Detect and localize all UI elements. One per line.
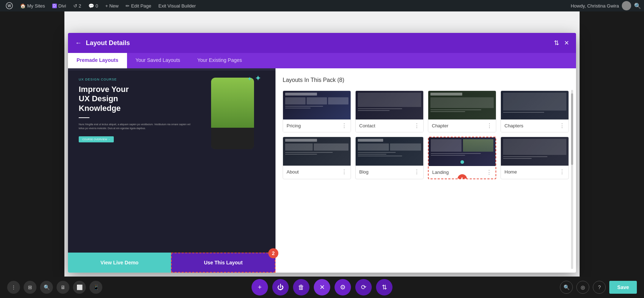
layout-more-contact[interactable]: ⋮ xyxy=(414,122,420,129)
tab-existing-pages[interactable]: Your Existing Pages xyxy=(189,53,251,68)
divi-icon: D xyxy=(52,4,57,8)
toolbar-add-button[interactable]: + xyxy=(252,279,268,295)
toolbar-power-button[interactable]: ⏻ xyxy=(272,279,289,295)
preview-panel: ✦ ✦ UX DESIGN COURSE Improve YourUX Desi… xyxy=(68,68,275,273)
toolbar-center: + ⏻ 🗑 ✕ ⚙ ⟳ ⇅ xyxy=(252,279,392,295)
sparkle-icon-1: ✦ xyxy=(247,76,252,82)
layout-footer-pricing: Pricing ⋮ xyxy=(283,119,351,132)
divi-menu[interactable]: D Divi xyxy=(49,0,69,11)
modal-title: Layout Details xyxy=(86,39,130,47)
modal-content: ✦ ✦ UX DESIGN COURSE Improve YourUX Desi… xyxy=(68,68,576,273)
toolbar-help-button[interactable]: ? xyxy=(593,281,606,294)
side-panel-left xyxy=(0,11,64,298)
history-icon: ⟳ xyxy=(361,283,366,291)
layout-more-chapters[interactable]: ⋮ xyxy=(559,122,565,129)
edit-icon: ✏ xyxy=(126,3,130,9)
wp-logo-item[interactable]: W xyxy=(3,0,16,11)
layout-card-landing[interactable]: 1 Landing ⋮ xyxy=(428,137,496,179)
toolbar-settings-button[interactable]: ⚙ xyxy=(335,279,351,295)
layout-more-pricing[interactable]: ⋮ xyxy=(341,122,347,129)
layout-more-chapter[interactable]: ⋮ xyxy=(487,122,492,129)
layout-card-contact[interactable]: Contact ⋮ xyxy=(355,91,424,132)
my-sites-menu[interactable]: 🏠 My Sites xyxy=(17,0,48,11)
layout-card-blog[interactable]: Blog ⋮ xyxy=(355,137,424,179)
modal-header: ← Layout Details ⇅ × xyxy=(68,33,576,53)
layout-name-chapter: Chapter xyxy=(432,123,448,128)
tab-saved-layouts[interactable]: Your Saved Layouts xyxy=(127,53,189,68)
preview-inner: ✦ ✦ UX DESIGN COURSE Improve YourUX Desi… xyxy=(68,68,275,253)
sort-icon[interactable]: ⇅ xyxy=(554,39,559,47)
edit-page-item[interactable]: ✏ Edit Page xyxy=(123,0,154,11)
close-icon: ✕ xyxy=(319,283,325,291)
toolbar-portal-button[interactable]: ◎ xyxy=(576,281,589,294)
scrollbar[interactable] xyxy=(571,90,573,269)
preview-underline xyxy=(79,117,89,118)
layout-footer-home: Home ⋮ xyxy=(501,166,569,178)
layout-card-home[interactable]: Home ⋮ xyxy=(501,137,569,179)
layout-footer-contact: Contact ⋮ xyxy=(356,119,423,132)
revisions-icon: ↺ xyxy=(73,3,77,9)
toolbar-search-button[interactable]: 🔍 xyxy=(40,281,53,294)
view-live-demo-button[interactable]: View Live Demo xyxy=(68,253,171,273)
layout-card-chapter[interactable]: Chapter ⋮ xyxy=(428,91,496,132)
modal-close-button[interactable]: × xyxy=(564,38,569,48)
layout-more-blog[interactable]: ⋮ xyxy=(414,168,420,175)
toolbar-right: 🔍 ◎ ? Save xyxy=(560,281,637,294)
toolbar-desktop-button[interactable]: 🖥 xyxy=(57,281,69,294)
side-panel-right xyxy=(580,11,644,298)
phone-mockup xyxy=(211,78,254,149)
preview-body-text: Nunc fringilla erat ut lectus aliquet, a… xyxy=(79,122,193,130)
preview-left-column: UX DESIGN COURSE Improve YourUX DesignKn… xyxy=(79,78,193,219)
preview-course-badge: UX DESIGN COURSE xyxy=(79,78,193,81)
toolbar-search-right-button[interactable]: 🔍 xyxy=(560,281,573,294)
layout-thumb-blog xyxy=(356,137,423,166)
layouts-pack-title: Layouts In This Pack (8) xyxy=(283,77,569,83)
layout-more-about[interactable]: ⋮ xyxy=(341,168,347,175)
comments-item[interactable]: 💬 0 xyxy=(86,0,101,11)
layout-card-about[interactable]: About ⋮ xyxy=(283,137,351,179)
modal-back-button[interactable]: ← xyxy=(75,39,82,47)
landing-selected-dot xyxy=(460,160,464,164)
layout-thumb-contact xyxy=(356,91,423,119)
search-icon[interactable]: 🔍 xyxy=(634,3,641,9)
sites-icon: 🏠 xyxy=(20,3,26,9)
layout-card-pricing[interactable]: Pricing ⋮ xyxy=(283,91,351,132)
search-right-icon: 🔍 xyxy=(564,284,570,290)
tab-premade-layouts[interactable]: Premade Layouts xyxy=(68,53,127,68)
sparkles-area: ✦ ✦ xyxy=(247,74,261,83)
layout-more-landing[interactable]: ⋮ xyxy=(486,169,492,176)
toolbar-delete-button[interactable]: 🗑 xyxy=(293,279,309,295)
delete-icon: 🗑 xyxy=(298,284,304,291)
preview-image: ✦ ✦ UX DESIGN COURSE Improve YourUX Desi… xyxy=(68,68,275,253)
new-item[interactable]: + New xyxy=(102,0,121,11)
layout-card-chapters[interactable]: Chapters ⋮ xyxy=(501,91,569,132)
admin-bar-right: Howdy, Christina Gwira 🔍 xyxy=(571,1,641,10)
layouts-grid: Pricing ⋮ xyxy=(283,91,569,179)
preview-actions: View Live Demo Use This Layout 2 xyxy=(68,253,275,273)
toolbar-layout-button[interactable]: ⇅ xyxy=(376,279,392,295)
layout-footer-about: About ⋮ xyxy=(283,166,351,178)
revisions-item[interactable]: ↺ 2 xyxy=(70,0,84,11)
scrollbar-thumb[interactable] xyxy=(571,93,573,165)
preview-heading: Improve YourUX DesignKnowledge xyxy=(79,85,193,113)
use-this-layout-button[interactable]: Use This Layout 2 xyxy=(171,253,275,273)
save-button[interactable]: Save xyxy=(609,281,637,294)
toolbar-tablet-button[interactable]: ⬜ xyxy=(73,281,86,294)
phone-image-area xyxy=(211,78,254,128)
layout-name-chapters: Chapters xyxy=(504,123,523,128)
toolbar-grid-button[interactable]: ⊞ xyxy=(24,281,36,294)
layout-more-home[interactable]: ⋮ xyxy=(559,168,565,175)
toolbar-menu-button[interactable]: ⋮ xyxy=(7,281,20,294)
modal-header-left: ← Layout Details xyxy=(75,39,130,47)
toolbar-mobile-button[interactable]: 📱 xyxy=(89,281,102,294)
portal-icon: ◎ xyxy=(581,284,585,290)
layout-thumb-chapters xyxy=(501,91,569,119)
toolbar-history-button[interactable]: ⟳ xyxy=(355,279,372,295)
svg-text:W: W xyxy=(8,4,11,8)
toolbar-close-button[interactable]: ✕ xyxy=(314,279,330,295)
layout-name-about: About xyxy=(287,169,299,175)
admin-bar: W 🏠 My Sites D Divi ↺ 2 💬 0 + New ✏ Edit… xyxy=(0,0,644,11)
layout-footer-blog: Blog ⋮ xyxy=(356,166,423,178)
exit-builder-item[interactable]: Exit Visual Builder xyxy=(156,0,199,11)
avatar[interactable] xyxy=(622,1,631,10)
